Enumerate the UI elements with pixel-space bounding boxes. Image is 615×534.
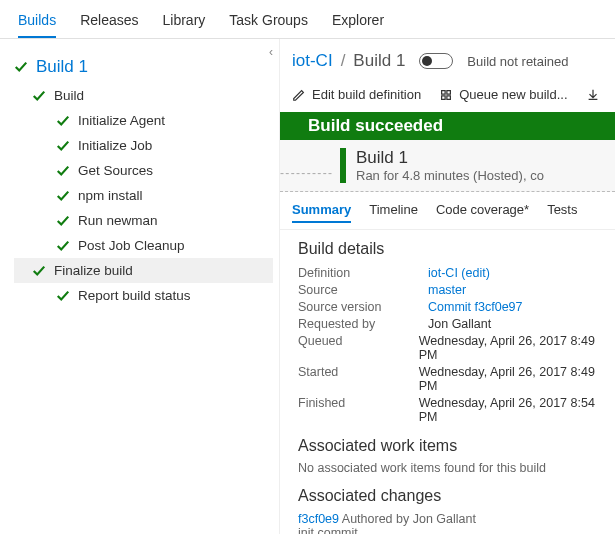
build-duration: Ran for 4.8 minutes (Hosted), co (356, 168, 544, 183)
check-icon (56, 189, 70, 203)
change-message: init commit (298, 526, 603, 534)
tree-build[interactable]: Build (14, 83, 279, 108)
collapse-sidebar-icon[interactable]: ‹ (269, 45, 273, 59)
changes-section: Associated changes f3cf0e9 Authored by J… (280, 477, 615, 534)
change-commit-link[interactable]: f3cf0e9 (298, 512, 339, 526)
tree-step-npm-install[interactable]: npm install (14, 183, 279, 208)
tab-library[interactable]: Library (163, 6, 206, 38)
toolbar: Edit build definition Queue new build... (280, 77, 615, 112)
tab-explorer[interactable]: Explorer (332, 6, 384, 38)
pencil-icon (292, 88, 306, 102)
step-label: Get Sources (78, 163, 153, 178)
work-items-heading: Associated work items (298, 437, 603, 455)
main-panel: iot-CI / Build 1 Build not retained Edit… (280, 39, 615, 534)
queue-icon (439, 88, 453, 102)
step-label: Initialize Agent (78, 113, 165, 128)
breadcrumb-sep: / (341, 51, 346, 71)
edit-definition-link[interactable]: (edit) (461, 266, 489, 280)
val-version[interactable]: Commit f3cf0e97 (428, 300, 522, 314)
val-source[interactable]: master (428, 283, 466, 297)
tree-step-report-status[interactable]: Report build status (14, 283, 279, 308)
val-started: Wednesday, April 26, 2017 8:49 PM (419, 365, 603, 393)
lbl-started: Started (298, 365, 419, 393)
val-queued: Wednesday, April 26, 2017 8:49 PM (419, 334, 603, 362)
build-name: Build 1 (356, 148, 544, 168)
val-definition[interactable]: iot-CI (428, 266, 458, 280)
check-icon (56, 164, 70, 178)
retain-label: Build not retained (467, 54, 568, 69)
download-button[interactable] (586, 87, 600, 102)
check-icon (56, 239, 70, 253)
step-label: Initialize Job (78, 138, 152, 153)
changes-heading: Associated changes (298, 487, 603, 505)
val-finished: Wednesday, April 26, 2017 8:54 PM (419, 396, 603, 424)
build-tree-root-label: Build 1 (36, 57, 88, 77)
lbl-queued: Queued (298, 334, 419, 362)
check-icon (56, 139, 70, 153)
tree-step-get-sources[interactable]: Get Sources (14, 158, 279, 183)
tree-finalize[interactable]: Finalize build (14, 258, 273, 283)
check-icon (56, 214, 70, 228)
breadcrumb-project[interactable]: iot-CI (292, 51, 333, 71)
queue-label: Queue new build... (459, 87, 567, 102)
tab-task-groups[interactable]: Task Groups (229, 6, 308, 38)
check-icon (32, 264, 46, 278)
tree-step-init-agent[interactable]: Initialize Agent (14, 108, 279, 133)
subtab-summary[interactable]: Summary (292, 202, 351, 223)
check-icon (32, 89, 46, 103)
lbl-requested: Requested by (298, 317, 428, 331)
queue-build-button[interactable]: Queue new build... (439, 87, 567, 102)
build-summary-row: - - - - - - - - - - Build 1 Ran for 4.8 … (280, 140, 615, 192)
lbl-source: Source (298, 283, 428, 297)
step-label: Run newman (78, 213, 158, 228)
tree-step-init-job[interactable]: Initialize Job (14, 133, 279, 158)
work-items-section: Associated work items No associated work… (280, 427, 615, 477)
subtab-timeline[interactable]: Timeline (369, 202, 418, 223)
check-icon (56, 114, 70, 128)
sub-tabs: Summary Timeline Code coverage* Tests (280, 192, 615, 230)
val-requested: Jon Gallant (428, 317, 491, 331)
step-label: npm install (78, 188, 143, 203)
change-author: Authored by Jon Gallant (339, 512, 476, 526)
edit-label: Edit build definition (312, 87, 421, 102)
breadcrumb-build: Build 1 (353, 51, 405, 71)
status-bar (340, 148, 346, 183)
step-label: Report build status (78, 288, 191, 303)
tab-releases[interactable]: Releases (80, 6, 138, 38)
lbl-version: Source version (298, 300, 428, 314)
top-tabs: Builds Releases Library Task Groups Expl… (0, 0, 615, 39)
build-details-heading: Build details (298, 240, 603, 258)
lbl-finished: Finished (298, 396, 419, 424)
finalize-label: Finalize build (54, 263, 133, 278)
build-tree-root[interactable]: Build 1 (14, 53, 279, 83)
tab-builds[interactable]: Builds (18, 6, 56, 38)
subtab-coverage[interactable]: Code coverage* (436, 202, 529, 223)
check-icon (56, 289, 70, 303)
status-banner: Build succeeded (280, 112, 615, 140)
tree-step-post-job[interactable]: Post Job Cleanup (14, 233, 279, 258)
lbl-definition: Definition (298, 266, 428, 280)
breadcrumb: iot-CI / Build 1 Build not retained (280, 51, 615, 77)
work-items-empty: No associated work items found for this … (298, 461, 603, 475)
check-icon (14, 60, 28, 74)
dash-prefix: - - - - - - - - - - (280, 166, 331, 180)
build-details-section: Build details Definitioniot-CI (edit) So… (280, 230, 615, 427)
tree-step-run-newman[interactable]: Run newman (14, 208, 279, 233)
sidebar: ‹ Build 1 Build Initialize Agent Initial… (0, 39, 280, 534)
download-icon (586, 88, 600, 102)
tree-build-label: Build (54, 88, 84, 103)
retain-toggle[interactable] (419, 53, 453, 69)
step-label: Post Job Cleanup (78, 238, 185, 253)
edit-definition-button[interactable]: Edit build definition (292, 87, 421, 102)
subtab-tests[interactable]: Tests (547, 202, 577, 223)
